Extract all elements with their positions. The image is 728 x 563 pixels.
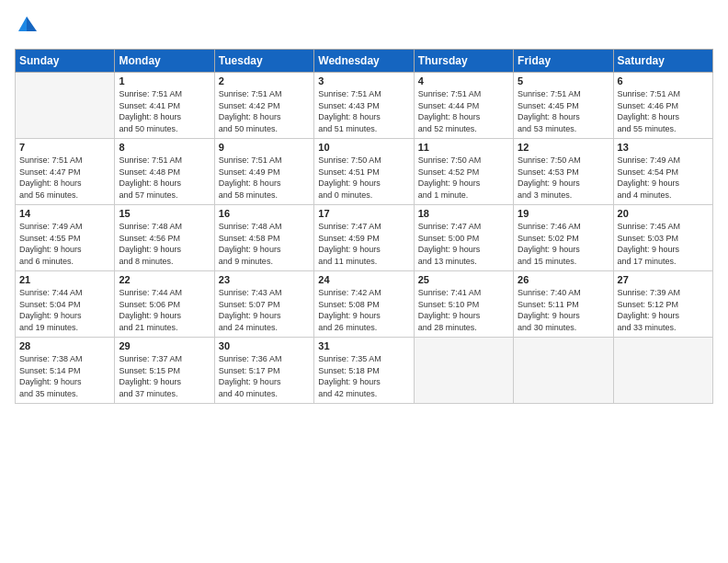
day-info: Sunrise: 7:50 AM Sunset: 4:51 PM Dayligh… bbox=[318, 155, 409, 201]
calendar-cell: 17Sunrise: 7:47 AM Sunset: 4:59 PM Dayli… bbox=[314, 205, 414, 271]
day-number: 3 bbox=[318, 75, 409, 86]
day-number: 22 bbox=[119, 274, 210, 285]
calendar-cell: 3Sunrise: 7:51 AM Sunset: 4:43 PM Daylig… bbox=[314, 73, 414, 139]
logo-icon bbox=[17, 15, 37, 35]
calendar-cell bbox=[16, 73, 115, 139]
day-info: Sunrise: 7:51 AM Sunset: 4:41 PM Dayligh… bbox=[119, 88, 210, 134]
day-header-saturday: Saturday bbox=[613, 50, 712, 73]
calendar-cell: 14Sunrise: 7:49 AM Sunset: 4:55 PM Dayli… bbox=[16, 205, 115, 271]
day-number: 4 bbox=[418, 75, 509, 86]
calendar-cell: 5Sunrise: 7:51 AM Sunset: 4:45 PM Daylig… bbox=[514, 73, 613, 139]
day-number: 7 bbox=[19, 142, 110, 153]
calendar-cell: 12Sunrise: 7:50 AM Sunset: 4:53 PM Dayli… bbox=[514, 139, 613, 205]
svg-marker-1 bbox=[27, 17, 37, 31]
calendar-cell: 25Sunrise: 7:41 AM Sunset: 5:10 PM Dayli… bbox=[414, 271, 513, 338]
day-info: Sunrise: 7:51 AM Sunset: 4:48 PM Dayligh… bbox=[119, 155, 210, 201]
calendar-cell: 11Sunrise: 7:50 AM Sunset: 4:52 PM Dayli… bbox=[414, 139, 513, 205]
logo bbox=[15, 15, 37, 40]
day-number: 2 bbox=[219, 75, 310, 86]
calendar-cell: 8Sunrise: 7:51 AM Sunset: 4:48 PM Daylig… bbox=[115, 139, 214, 205]
day-header-thursday: Thursday bbox=[414, 50, 513, 73]
day-header-monday: Monday bbox=[115, 50, 214, 73]
day-info: Sunrise: 7:51 AM Sunset: 4:45 PM Dayligh… bbox=[518, 88, 609, 134]
calendar-cell: 16Sunrise: 7:48 AM Sunset: 4:58 PM Dayli… bbox=[214, 205, 313, 271]
calendar-cell: 15Sunrise: 7:48 AM Sunset: 4:56 PM Dayli… bbox=[115, 205, 214, 271]
day-number: 21 bbox=[19, 274, 110, 285]
day-info: Sunrise: 7:51 AM Sunset: 4:44 PM Dayligh… bbox=[418, 88, 509, 134]
day-info: Sunrise: 7:38 AM Sunset: 5:14 PM Dayligh… bbox=[19, 353, 110, 399]
day-number: 8 bbox=[119, 142, 210, 153]
day-number: 30 bbox=[219, 340, 310, 351]
calendar-table: SundayMondayTuesdayWednesdayThursdayFrid… bbox=[15, 49, 713, 404]
day-info: Sunrise: 7:50 AM Sunset: 4:53 PM Dayligh… bbox=[518, 155, 609, 201]
day-info: Sunrise: 7:51 AM Sunset: 4:43 PM Dayligh… bbox=[318, 88, 409, 134]
day-info: Sunrise: 7:50 AM Sunset: 4:52 PM Dayligh… bbox=[418, 155, 509, 201]
calendar-cell: 23Sunrise: 7:43 AM Sunset: 5:07 PM Dayli… bbox=[214, 271, 313, 338]
day-info: Sunrise: 7:43 AM Sunset: 5:07 PM Dayligh… bbox=[219, 287, 310, 333]
day-info: Sunrise: 7:44 AM Sunset: 5:04 PM Dayligh… bbox=[19, 287, 110, 333]
day-number: 15 bbox=[119, 208, 210, 219]
day-info: Sunrise: 7:47 AM Sunset: 5:00 PM Dayligh… bbox=[418, 221, 509, 267]
calendar-header-row: SundayMondayTuesdayWednesdayThursdayFrid… bbox=[16, 50, 713, 73]
day-number: 19 bbox=[518, 208, 609, 219]
day-number: 24 bbox=[318, 274, 409, 285]
day-info: Sunrise: 7:42 AM Sunset: 5:08 PM Dayligh… bbox=[318, 287, 409, 333]
header bbox=[15, 15, 713, 40]
calendar-cell: 9Sunrise: 7:51 AM Sunset: 4:49 PM Daylig… bbox=[214, 139, 313, 205]
calendar-week-3: 14Sunrise: 7:49 AM Sunset: 4:55 PM Dayli… bbox=[16, 205, 713, 271]
day-number: 5 bbox=[518, 75, 609, 86]
day-info: Sunrise: 7:40 AM Sunset: 5:11 PM Dayligh… bbox=[518, 287, 609, 333]
calendar-cell: 27Sunrise: 7:39 AM Sunset: 5:12 PM Dayli… bbox=[613, 271, 712, 338]
calendar-cell: 29Sunrise: 7:37 AM Sunset: 5:15 PM Dayli… bbox=[115, 338, 214, 404]
calendar-cell: 6Sunrise: 7:51 AM Sunset: 4:46 PM Daylig… bbox=[613, 73, 712, 139]
calendar-cell: 19Sunrise: 7:46 AM Sunset: 5:02 PM Dayli… bbox=[514, 205, 613, 271]
day-header-friday: Friday bbox=[514, 50, 613, 73]
calendar-cell: 20Sunrise: 7:45 AM Sunset: 5:03 PM Dayli… bbox=[613, 205, 712, 271]
calendar-cell: 4Sunrise: 7:51 AM Sunset: 4:44 PM Daylig… bbox=[414, 73, 513, 139]
day-number: 26 bbox=[518, 274, 609, 285]
calendar-cell bbox=[514, 338, 613, 404]
day-header-wednesday: Wednesday bbox=[314, 50, 414, 73]
calendar-cell: 7Sunrise: 7:51 AM Sunset: 4:47 PM Daylig… bbox=[16, 139, 115, 205]
calendar-week-2: 7Sunrise: 7:51 AM Sunset: 4:47 PM Daylig… bbox=[16, 139, 713, 205]
day-number: 16 bbox=[219, 208, 310, 219]
day-number: 27 bbox=[618, 274, 709, 285]
calendar-cell: 22Sunrise: 7:44 AM Sunset: 5:06 PM Dayli… bbox=[115, 271, 214, 338]
day-info: Sunrise: 7:41 AM Sunset: 5:10 PM Dayligh… bbox=[418, 287, 509, 333]
day-header-tuesday: Tuesday bbox=[214, 50, 313, 73]
day-info: Sunrise: 7:51 AM Sunset: 4:46 PM Dayligh… bbox=[618, 88, 709, 134]
day-number: 25 bbox=[418, 274, 509, 285]
day-number: 12 bbox=[518, 142, 609, 153]
calendar-cell: 18Sunrise: 7:47 AM Sunset: 5:00 PM Dayli… bbox=[414, 205, 513, 271]
day-number: 20 bbox=[618, 208, 709, 219]
calendar-cell: 30Sunrise: 7:36 AM Sunset: 5:17 PM Dayli… bbox=[214, 338, 313, 404]
day-number: 14 bbox=[19, 208, 110, 219]
calendar-cell bbox=[414, 338, 513, 404]
day-info: Sunrise: 7:47 AM Sunset: 4:59 PM Dayligh… bbox=[318, 221, 409, 267]
day-info: Sunrise: 7:48 AM Sunset: 4:58 PM Dayligh… bbox=[219, 221, 310, 267]
calendar-cell: 31Sunrise: 7:35 AM Sunset: 5:18 PM Dayli… bbox=[314, 338, 414, 404]
day-info: Sunrise: 7:45 AM Sunset: 5:03 PM Dayligh… bbox=[618, 221, 709, 267]
day-number: 23 bbox=[219, 274, 310, 285]
day-header-sunday: Sunday bbox=[16, 50, 115, 73]
day-info: Sunrise: 7:51 AM Sunset: 4:42 PM Dayligh… bbox=[219, 88, 310, 134]
day-number: 28 bbox=[19, 340, 110, 351]
calendar-cell: 28Sunrise: 7:38 AM Sunset: 5:14 PM Dayli… bbox=[16, 338, 115, 404]
day-info: Sunrise: 7:36 AM Sunset: 5:17 PM Dayligh… bbox=[219, 353, 310, 399]
day-info: Sunrise: 7:46 AM Sunset: 5:02 PM Dayligh… bbox=[518, 221, 609, 267]
day-info: Sunrise: 7:37 AM Sunset: 5:15 PM Dayligh… bbox=[119, 353, 210, 399]
day-number: 29 bbox=[119, 340, 210, 351]
main-container: SundayMondayTuesdayWednesdayThursdayFrid… bbox=[0, 0, 728, 411]
calendar-cell: 26Sunrise: 7:40 AM Sunset: 5:11 PM Dayli… bbox=[514, 271, 613, 338]
calendar-cell bbox=[613, 338, 712, 404]
calendar-cell: 10Sunrise: 7:50 AM Sunset: 4:51 PM Dayli… bbox=[314, 139, 414, 205]
day-info: Sunrise: 7:49 AM Sunset: 4:55 PM Dayligh… bbox=[19, 221, 110, 267]
day-info: Sunrise: 7:44 AM Sunset: 5:06 PM Dayligh… bbox=[119, 287, 210, 333]
day-info: Sunrise: 7:39 AM Sunset: 5:12 PM Dayligh… bbox=[618, 287, 709, 333]
calendar-cell: 24Sunrise: 7:42 AM Sunset: 5:08 PM Dayli… bbox=[314, 271, 414, 338]
day-info: Sunrise: 7:48 AM Sunset: 4:56 PM Dayligh… bbox=[119, 221, 210, 267]
calendar-cell: 13Sunrise: 7:49 AM Sunset: 4:54 PM Dayli… bbox=[613, 139, 712, 205]
calendar-week-4: 21Sunrise: 7:44 AM Sunset: 5:04 PM Dayli… bbox=[16, 271, 713, 338]
day-info: Sunrise: 7:51 AM Sunset: 4:47 PM Dayligh… bbox=[19, 155, 110, 201]
day-info: Sunrise: 7:49 AM Sunset: 4:54 PM Dayligh… bbox=[618, 155, 709, 201]
